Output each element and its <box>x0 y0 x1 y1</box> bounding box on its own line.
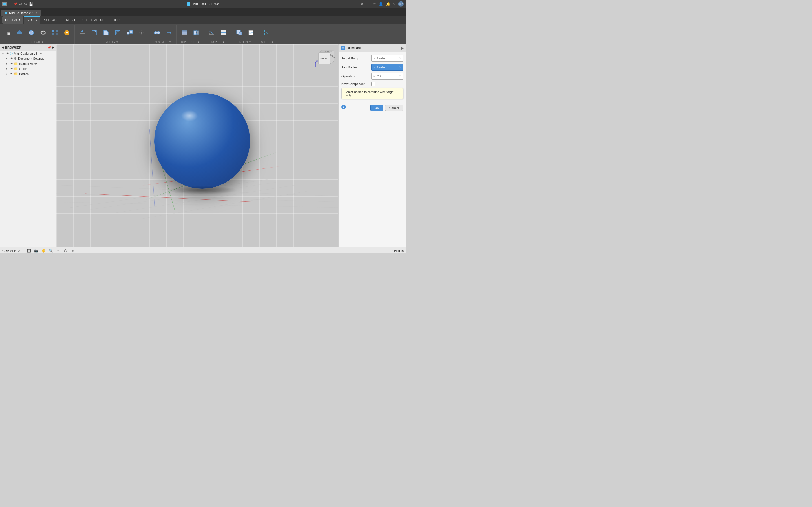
browser-pin-icon[interactable]: 📌 <box>48 46 51 49</box>
tooltip-text: Select bodies to combine with target bod… <box>345 90 395 97</box>
comments-label: COMMENTS <box>2 249 20 252</box>
assemble-label[interactable]: ASSEMBLE ▼ <box>155 41 171 43</box>
ok-button[interactable]: OK <box>370 105 384 111</box>
move-btn[interactable] <box>136 26 147 39</box>
tool-bodies-field[interactable]: ↖ 1 selec... ✕ <box>371 64 403 71</box>
help-icon[interactable]: ? <box>393 2 395 6</box>
main-sphere[interactable] <box>154 93 250 189</box>
pin-icon[interactable]: 📌 <box>13 2 17 6</box>
joint-icon <box>154 29 160 36</box>
zoom-icon[interactable]: 🔍 <box>48 248 53 253</box>
svg-rect-34 <box>197 31 199 35</box>
undo-icon[interactable]: ↩ <box>19 2 22 6</box>
sync-icon[interactable]: ⟳ <box>373 2 376 6</box>
tool-bodies-clear-btn[interactable]: ✕ <box>399 66 401 69</box>
grid-toggle-icon[interactable]: ▦ <box>70 248 75 253</box>
motion-study-btn[interactable] <box>163 26 174 39</box>
scale-btn[interactable] <box>124 26 135 39</box>
camera-icon[interactable]: 📷 <box>34 248 39 253</box>
hand-icon[interactable]: 🖐 <box>41 248 46 253</box>
browser-item-doc-settings[interactable]: ▶ 👁 ⚙ Document Settings <box>0 56 56 61</box>
revolve-btn[interactable] <box>26 26 37 39</box>
titlebar-right: ✕ ＋ ⟳ 👤 🔔 ? SP <box>360 1 404 7</box>
operation-select[interactable]: ✂ Cut ▼ <box>371 73 403 80</box>
bodies-arrow-icon: ▶ <box>6 72 9 75</box>
new-component-btn[interactable] <box>2 26 13 39</box>
browser-collapse-icon[interactable]: ◀ <box>2 46 4 49</box>
combine-panel: ⊕ COMBINE ▶ Target Body ↖ 1 selec... ✕ T… <box>338 44 406 247</box>
view-cube-icon[interactable]: ⬡ <box>63 248 68 253</box>
insert-derive-btn[interactable] <box>234 26 245 39</box>
close-icon[interactable]: ✕ <box>360 2 363 6</box>
cancel-button[interactable]: Cancel <box>385 105 403 111</box>
create-label[interactable]: CREATE ▼ <box>31 41 44 43</box>
measure-btn[interactable] <box>206 26 217 39</box>
browser-item-origin[interactable]: ▶ 👁 📁 Origin <box>0 66 56 71</box>
ribbon-tab-solid[interactable]: SOLID <box>24 16 40 24</box>
avatar[interactable]: SP <box>398 1 404 7</box>
tool-bodies-cursor-icon: ↖ <box>373 66 375 69</box>
ribbon-tab-sheet-metal[interactable]: SHEET METAL <box>79 16 107 24</box>
app-menu-icon[interactable]: ☰ <box>8 2 12 6</box>
tab-close-icon[interactable]: ✕ <box>35 11 38 14</box>
viewport[interactable]: FRONT RIGHT TOP Z <box>56 44 338 247</box>
select-tool-btn[interactable] <box>262 26 273 39</box>
redo-icon[interactable]: ↪ <box>24 2 27 6</box>
create-more-btn[interactable] <box>61 26 72 39</box>
browser-item-bodies[interactable]: ▶ 👁 📁 Bodies <box>0 71 56 76</box>
info-icon[interactable]: i <box>342 105 346 109</box>
origin-arrow-icon: ▶ <box>6 67 9 70</box>
operation-value: Cut <box>377 75 381 78</box>
account-icon[interactable]: 👤 <box>378 2 383 6</box>
save-icon[interactable]: 💾 <box>29 2 33 6</box>
combine-title-icon: ⊕ <box>341 46 345 50</box>
offset-plane-btn[interactable] <box>179 26 190 39</box>
main-area: ◀ BROWSER 📌 ▶ ▼ 👁 ⬡ Mini Cauldron v3 ⏺ ▶… <box>0 44 406 247</box>
notifications-icon[interactable]: 🔔 <box>386 2 391 6</box>
ribbon-tab-tools[interactable]: TOOLS <box>107 16 124 24</box>
browser-panel: ◀ BROWSER 📌 ▶ ▼ 👁 ⬡ Mini Cauldron v3 ⏺ ▶… <box>0 44 56 247</box>
move-icon <box>138 29 145 36</box>
target-body-field[interactable]: ↖ 1 selec... ✕ <box>371 55 403 62</box>
insert-label[interactable]: INSERT ▼ <box>239 41 251 43</box>
target-body-clear-btn[interactable]: ✕ <box>399 57 401 60</box>
chamfer-btn[interactable] <box>101 26 111 39</box>
pattern-btn[interactable] <box>50 26 60 39</box>
select-label[interactable]: SELECT ▼ <box>261 41 274 43</box>
insert-svg-btn[interactable]: SVG <box>246 26 256 39</box>
ribbon-tab-surface[interactable]: SURFACE <box>41 16 62 24</box>
bodies-folder-icon: 📁 <box>14 72 18 76</box>
active-document-tab[interactable]: Mini Cauldron v3* ✕ <box>1 10 41 16</box>
extrude-btn[interactable] <box>14 26 25 39</box>
hole-btn[interactable] <box>38 26 49 39</box>
viewcube[interactable]: FRONT RIGHT TOP Z <box>313 47 336 69</box>
browser-item-named-views[interactable]: ▶ 👁 📁 Named Views <box>0 61 56 66</box>
svg-rect-4 <box>7 33 10 35</box>
new-component-checkbox[interactable] <box>371 82 375 86</box>
modify-label[interactable]: MODIFY ▼ <box>106 41 118 43</box>
section-analysis-btn[interactable] <box>218 26 229 39</box>
ribbon-group-assemble: ASSEMBLE ▼ <box>151 25 177 44</box>
ribbon-tab-mesh[interactable]: MESH <box>63 16 79 24</box>
midplane-btn[interactable] <box>191 26 202 39</box>
display-filter-icon[interactable]: ⊞ <box>56 248 61 253</box>
svg-point-0 <box>3 3 6 5</box>
modify-chevron-icon: ▼ <box>116 41 118 43</box>
design-dropdown-btn[interactable]: DESIGN ▼ <box>2 16 23 24</box>
inspect-label[interactable]: INSPECT ▼ <box>211 41 225 43</box>
ribbon-group-construct: CONSTRUCT ▼ <box>178 25 204 44</box>
combine-expand-icon[interactable]: ▶ <box>401 46 404 50</box>
press-pull-btn[interactable] <box>77 26 88 39</box>
browser-expand-icon[interactable]: ▶ <box>52 46 54 49</box>
snap-icon[interactable]: 🔲 <box>26 248 31 253</box>
shell-btn[interactable] <box>112 26 123 39</box>
add-tab-icon[interactable]: ＋ <box>366 1 370 6</box>
construct-label[interactable]: CONSTRUCT ▼ <box>181 41 200 43</box>
joint-btn[interactable] <box>152 26 162 39</box>
ribbon-group-inspect: INSPECT ▼ <box>205 25 232 44</box>
svg-marker-26 <box>143 32 144 34</box>
browser-item-root[interactable]: ▼ 👁 ⬡ Mini Cauldron v3 ⏺ <box>0 51 56 56</box>
svg-marker-23 <box>141 30 142 31</box>
fillet-btn[interactable] <box>89 26 100 39</box>
measure-icon <box>208 29 215 36</box>
